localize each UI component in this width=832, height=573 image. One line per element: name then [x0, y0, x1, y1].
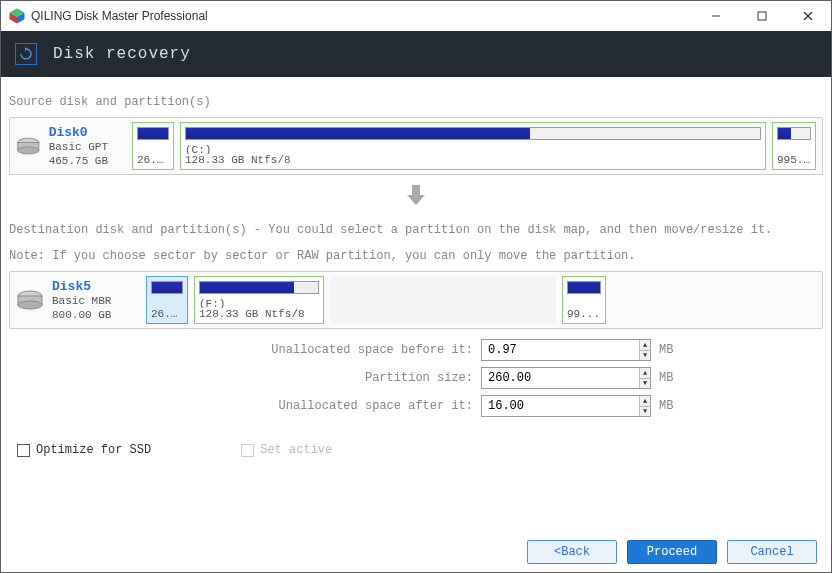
unalloc-before-input[interactable]: ▲▼ [481, 339, 651, 361]
unit-label: MB [659, 343, 689, 357]
unit-label: MB [659, 399, 689, 413]
source-disk-size: 465.75 GB [49, 154, 126, 168]
source-disk-info: Disk0 Basic GPT 465.75 GB [47, 125, 126, 168]
partition-label: 99... [567, 308, 601, 319]
unit-label: MB [659, 371, 689, 385]
svg-rect-12 [412, 185, 420, 195]
titlebar: QILING Disk Master Professional [1, 1, 831, 31]
dest-partition[interactable]: (F:)128.33 GB Ntfs/8 [194, 276, 324, 324]
dest-disk-name: Disk5 [52, 279, 140, 294]
dest-disk-row: Disk5 Basic MBR 800.00 GB 26...(F:)128.3… [9, 271, 823, 329]
checkbox-icon [241, 444, 254, 457]
partition-drive: (C:) [185, 144, 761, 155]
unalloc-after-label: Unallocated space after it: [143, 399, 473, 413]
window-controls [693, 1, 831, 31]
source-label: Source disk and partition(s) [9, 95, 823, 109]
maximize-button[interactable] [739, 1, 785, 31]
options-row: Optimize for SSD Set active [17, 443, 823, 457]
dest-label: Destination disk and partition(s) - You … [9, 223, 823, 237]
unallocated-gap[interactable] [330, 276, 556, 324]
partition-detail: 128.33 GB Ntfs/8 [199, 308, 319, 319]
svg-point-16 [18, 301, 42, 309]
checkbox-icon [17, 444, 30, 457]
minimize-button[interactable] [693, 1, 739, 31]
dest-disk-type: Basic MBR [52, 294, 140, 308]
footer: <Back Proceed Cancel [1, 532, 831, 572]
source-partition[interactable]: (C:)128.33 GB Ntfs/8 [180, 122, 766, 170]
spin-down[interactable]: ▼ [640, 407, 650, 417]
app-window: QILING Disk Master Professional Disk rec… [0, 0, 832, 573]
arrow-down-icon [9, 183, 823, 211]
unalloc-after-input[interactable]: ▲▼ [481, 395, 651, 417]
app-icon [9, 8, 25, 24]
content: Source disk and partition(s) Disk0 Basic… [1, 77, 831, 532]
close-button[interactable] [785, 1, 831, 31]
spin-down[interactable]: ▼ [640, 351, 650, 361]
hdd-icon [16, 290, 44, 310]
svg-rect-5 [758, 12, 766, 20]
source-disk-type: Basic GPT [49, 140, 126, 154]
spin-down[interactable]: ▼ [640, 379, 650, 389]
dest-disk-size: 800.00 GB [52, 308, 140, 322]
part-size-field[interactable] [482, 371, 639, 385]
unalloc-after-field[interactable] [482, 399, 639, 413]
header-band: Disk recovery [1, 31, 831, 77]
page-title: Disk recovery [53, 45, 191, 63]
window-title: QILING Disk Master Professional [31, 9, 693, 23]
source-partition[interactable]: 995... [772, 122, 816, 170]
spin-up[interactable]: ▲ [640, 368, 650, 379]
set-active-checkbox: Set active [241, 443, 332, 457]
recovery-icon [15, 43, 37, 65]
set-active-label: Set active [260, 443, 332, 457]
unalloc-before-field[interactable] [482, 343, 639, 357]
optimize-ssd-checkbox[interactable]: Optimize for SSD [17, 443, 151, 457]
spin-up[interactable]: ▲ [640, 396, 650, 407]
optimize-ssd-label: Optimize for SSD [36, 443, 151, 457]
dest-partition[interactable]: 26... [146, 276, 188, 324]
partition-label: 26... [137, 154, 169, 165]
partition-detail: 128.33 GB Ntfs/8 [185, 154, 761, 165]
cancel-button[interactable]: Cancel [727, 540, 817, 564]
partition-drive: (F:) [199, 298, 319, 309]
partition-label: 26... [151, 308, 183, 319]
spin-up[interactable]: ▲ [640, 340, 650, 351]
proceed-button[interactable]: Proceed [627, 540, 717, 564]
svg-point-11 [18, 147, 39, 154]
hdd-icon [16, 136, 41, 156]
part-size-label: Partition size: [143, 371, 473, 385]
dest-partition[interactable]: 99... [562, 276, 606, 324]
source-partition[interactable]: 26... [132, 122, 174, 170]
unalloc-before-label: Unallocated space before it: [143, 343, 473, 357]
svg-marker-13 [407, 195, 425, 205]
svg-marker-8 [25, 47, 28, 51]
dest-disk-info: Disk5 Basic MBR 800.00 GB [50, 279, 140, 322]
source-disk-name: Disk0 [49, 125, 126, 140]
back-button[interactable]: <Back [527, 540, 617, 564]
resize-form: Unallocated space before it: ▲▼ MB Parti… [9, 339, 823, 417]
part-size-input[interactable]: ▲▼ [481, 367, 651, 389]
dest-note: Note: If you choose sector by sector or … [9, 249, 823, 263]
source-disk-row: Disk0 Basic GPT 465.75 GB 26...(C:)128.3… [9, 117, 823, 175]
partition-label: 995... [777, 154, 811, 165]
